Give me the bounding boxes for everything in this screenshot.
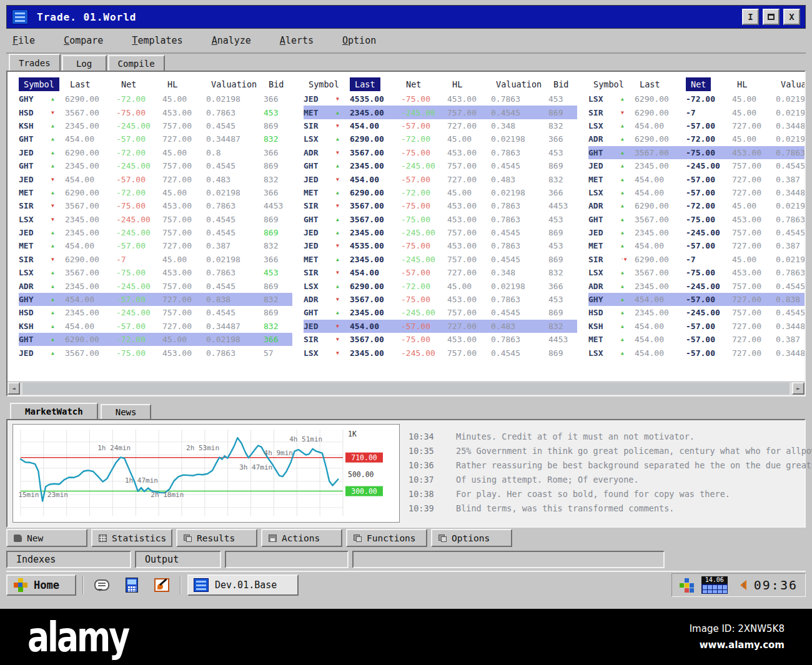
column-header-last[interactable]: Last <box>635 79 686 89</box>
table-row[interactable]: LSX▲454.00-57.00727.000.34487832 <box>588 186 805 199</box>
table-row[interactable]: MET▲6290.00-72.0045.000.02198366 <box>19 186 292 199</box>
news-item[interactable]: 10:3525% Government in think go great po… <box>408 443 812 458</box>
table-row[interactable]: ADR▲6290.00-72.0045.000.02198366 <box>588 199 805 212</box>
news-item[interactable]: 10:36Rather reassuring be best backgroun… <box>408 458 812 472</box>
new-button[interactable]: New <box>6 529 87 547</box>
table-row[interactable]: JED▼454.00-57.00727.000.483832 <box>304 320 577 333</box>
calendar-icon[interactable]: 14.06 <box>701 576 728 594</box>
table-row[interactable]: ADR▲2345.00-245.00757.000.4545869 <box>19 279 292 292</box>
system-menu-icon[interactable] <box>12 9 28 24</box>
column-header-valuation[interactable]: Valuation <box>206 79 264 89</box>
table-row[interactable]: LSX▲6290.00-72.0045.000.02198366 <box>588 92 805 106</box>
tab-trades[interactable]: Trades <box>9 54 61 71</box>
panel-splitter[interactable] <box>6 397 806 403</box>
column-header-hl[interactable]: HL <box>447 79 491 89</box>
table-row[interactable]: LSX▼2345.00-245.00757.000.4545869 <box>304 346 577 359</box>
table-row[interactable]: SIR▼454.00-57.00727.000.348832 <box>304 266 577 279</box>
statistics-button[interactable]: Statistics <box>91 529 172 547</box>
table-row[interactable]: MET▲6290.00-72.0045.000.02198366 <box>304 186 577 199</box>
tab-news[interactable]: News <box>101 404 152 419</box>
minimize-button[interactable]: I <box>742 9 759 25</box>
table-row[interactable]: GHT▲3567.00-75.00453.000.7863453 <box>588 213 805 226</box>
table-row[interactable]: SIR▼6290.00-745.000.02198366 <box>19 253 292 266</box>
column-header-hl[interactable]: HL <box>162 79 206 89</box>
column-header-symbol[interactable]: Symbol <box>588 79 635 89</box>
task-button-dev01base[interactable]: Dev.01.Base <box>187 574 299 596</box>
column-header-net[interactable]: Net <box>116 79 162 89</box>
table-row[interactable]: ADR▲2345.00-245.00757.000.4545869 <box>588 279 805 292</box>
status-cell-indexes[interactable]: Indexes <box>6 551 131 568</box>
network-icon[interactable] <box>680 578 694 593</box>
table-row[interactable]: KSH▲2345.00-245.00757.000.4545869 <box>19 119 292 132</box>
actions-button[interactable]: Actions <box>261 529 342 547</box>
table-row[interactable]: SIR·▼6290.00-745.000.02198366 <box>588 253 805 266</box>
table-row[interactable]: JED▼4535.00-75.00453.000.7863453 <box>304 239 577 252</box>
table-row[interactable]: ADR▼3567.00-75.00453.000.7863453 <box>304 146 577 159</box>
table-row[interactable]: GHT▲3567.00-75.00453.000.7863453 <box>304 213 577 226</box>
table-row[interactable]: GHT▲2345.00-245.00757.000.4545869 <box>304 159 577 172</box>
table-row[interactable]: LSX▲3567.00-75.00453.000.7863453 <box>19 266 292 279</box>
table-row[interactable]: LSX▲454.00-57.00727.000.34487832 <box>588 119 805 132</box>
table-row[interactable]: JED▲6290.00-72.0045.000.8366 <box>19 146 292 159</box>
functions-button[interactable]: Functions <box>346 529 427 547</box>
table-row[interactable]: GHT▲2345.00-245.00757.000.4545869 <box>19 159 292 172</box>
scroll-left-icon[interactable]: ◄ <box>7 382 20 395</box>
column-header-symbol[interactable]: Symbol <box>304 79 350 89</box>
table-row[interactable]: HSD▲2345.00-245.00757.000.4545869 <box>19 306 292 319</box>
table-row[interactable]: MET▲2345.00-245.00757.000.4545869 <box>304 253 577 266</box>
news-item[interactable]: 10:34Minutes. Credit at of it must an no… <box>408 429 812 443</box>
column-header-bid[interactable]: Bid <box>548 79 577 89</box>
menu-item-analyze[interactable]: Analyze <box>212 35 251 46</box>
table-row[interactable]: MET▲454.00-57.00727.000.387832 <box>588 333 805 346</box>
table-row[interactable]: JED▲3567.00-75.00453.000.786357 <box>19 346 292 359</box>
table-row[interactable]: JED▲2345.00-245.00757.000.4545869 <box>19 226 292 239</box>
results-button[interactable]: Results <box>176 529 257 547</box>
table-row[interactable]: SIR▼3567.00-75.00453.000.78634453 <box>304 333 577 346</box>
scroll-right-icon[interactable]: ► <box>792 382 805 395</box>
table-row[interactable]: SIR▼3567.00-75.00453.000.78634453 <box>304 199 577 212</box>
paint-button[interactable] <box>150 574 174 596</box>
table-row[interactable]: JED▼4535.00-75.00453.000.7863453 <box>304 92 577 106</box>
table-row[interactable]: GHY▲454.00-57.00727.000.838832 <box>19 293 292 306</box>
maximize-button[interactable] <box>763 9 780 25</box>
table-row[interactable]: ADR▲6290.00-72.0045.000.02198366 <box>588 132 805 145</box>
menu-item-file[interactable]: File <box>12 35 35 46</box>
menu-item-option[interactable]: Option <box>342 35 376 46</box>
table-row[interactable]: MET▲2345.00-245.00757.000.4545869 <box>304 106 577 119</box>
table-row[interactable]: MET▲454.00-57.00727.000.387832 <box>588 172 805 185</box>
news-item[interactable]: 10:37Of using attempt. Rome; Of everyone… <box>408 472 812 486</box>
menu-item-templates[interactable]: Templates <box>132 35 182 46</box>
table-row[interactable]: GHT▲6290.00-72.0045.000.02198366 <box>19 333 292 346</box>
table-row[interactable]: GHT▲3567.00-75.00453.000.7863453 <box>588 146 805 159</box>
column-header-valuation[interactable]: Valuation <box>491 79 548 89</box>
column-header-symbol[interactable]: Symbol <box>19 79 65 89</box>
speaker-icon[interactable] <box>735 580 746 590</box>
table-row[interactable]: LSX▲454.00-57.00727.000.34487832 <box>588 346 805 359</box>
horizontal-scrollbar[interactable]: ◄ ► <box>7 382 805 395</box>
table-row[interactable]: MET▲454.00-57.00727.000.387832 <box>588 239 805 252</box>
table-row[interactable]: LSX▲6290.00-72.0045.000.02198366 <box>304 132 577 145</box>
table-row[interactable]: GHY▲6290.00-72.0045.000.02198366 <box>19 92 292 106</box>
horizontal-scroll-thumb[interactable] <box>22 383 790 395</box>
column-header-hl[interactable]: HL <box>732 79 776 89</box>
status-cell-output[interactable]: Output <box>135 551 221 568</box>
table-row[interactable]: HSD▼3567.00-75.00453.000.7863453 <box>19 106 292 119</box>
table-row[interactable]: SIR▼6290.00-745.000.02198366 <box>588 106 805 119</box>
tab-marketwatch[interactable]: MarketWatch <box>10 403 98 419</box>
calculator-button[interactable] <box>120 574 144 596</box>
table-row[interactable]: LSX▲6290.00-72.0045.000.02198366 <box>304 279 577 292</box>
column-header-last[interactable]: Last <box>350 79 401 89</box>
options-button[interactable]: Options <box>431 529 512 547</box>
tab-compile[interactable]: Compile <box>108 55 165 71</box>
table-row[interactable]: JED▼454.00-57.00727.000.483832 <box>19 172 292 185</box>
menu-item-compare[interactable]: Compare <box>64 35 103 46</box>
table-row[interactable]: JED▲2345.00-245.00757.000.4545869 <box>304 226 577 239</box>
table-row[interactable]: LSX▼2345.00-245.00757.000.4545869 <box>19 213 292 226</box>
table-row[interactable]: GHT▲2345.00-245.00757.000.4545869 <box>304 306 577 319</box>
close-button[interactable]: X <box>783 9 800 25</box>
column-header-last[interactable]: Last <box>65 79 116 89</box>
column-header-net[interactable]: Net <box>686 79 732 89</box>
menu-item-alerts[interactable]: Alerts <box>280 35 314 46</box>
news-item[interactable]: 10:39Blind terms, was this transformed c… <box>408 501 812 515</box>
table-row[interactable]: SIR▼454.00-57.00727.000.348832 <box>304 119 577 132</box>
